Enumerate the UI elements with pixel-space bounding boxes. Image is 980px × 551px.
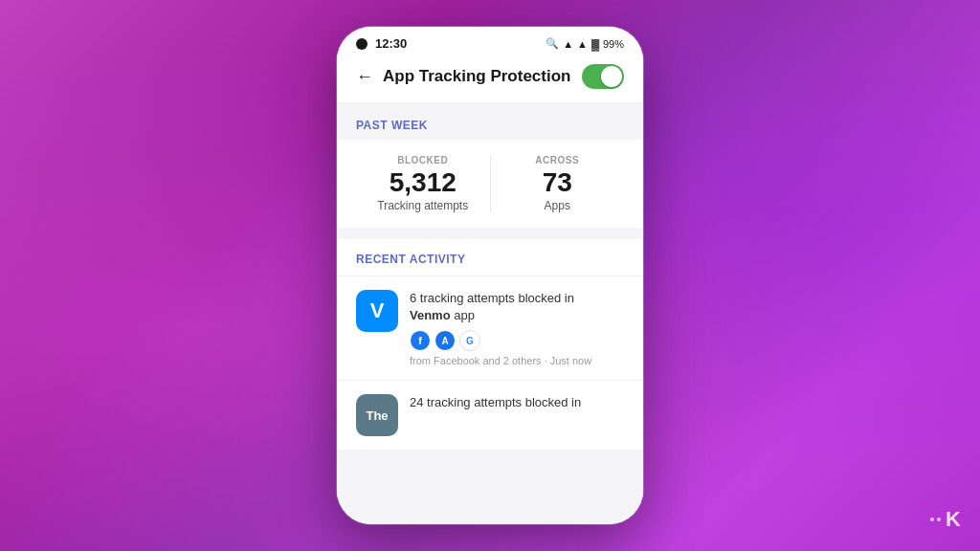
battery-icon: ▓: [591, 38, 599, 50]
blocked-value: 5,312: [390, 169, 457, 196]
across-value: 73: [543, 169, 572, 196]
status-right: 🔍 ▲ ▲ ▓ 99%: [546, 37, 624, 50]
venmo-description: 6 tracking attempts blocked in: [410, 291, 574, 305]
camera-dot: [356, 38, 368, 50]
brand-logo: K: [930, 507, 961, 532]
brand-letter: K: [946, 507, 961, 532]
tracker-icons: f A G: [410, 330, 624, 351]
second-activity-text: 24 tracking attempts blocked in: [410, 394, 624, 411]
venmo-meta: from Facebook and 2 others · Just now: [410, 355, 624, 366]
across-stat: ACROSS 73 Apps: [490, 155, 625, 212]
second-activity-info: 24 tracking attempts blocked in: [410, 394, 624, 411]
content-area: PAST WEEK BLOCKED 5,312 Tracking attempt…: [337, 103, 643, 524]
recent-activity-header: RECENT ACTIVITY: [337, 239, 643, 276]
across-sublabel: Apps: [545, 199, 570, 212]
across-label: ACROSS: [535, 155, 579, 165]
activity-item-venmo: V 6 tracking attempts blocked in Venmo a…: [337, 276, 643, 381]
venmo-app-name: Venmo: [410, 308, 451, 322]
status-bar: 12:30 🔍 ▲ ▲ ▓ 99%: [337, 27, 643, 56]
stats-card: BLOCKED 5,312 Tracking attempts ACROSS 7…: [337, 140, 643, 228]
divider: [337, 228, 643, 239]
google-tracker-icon: G: [459, 330, 480, 351]
wifi-icon: ▲: [563, 38, 573, 50]
battery-level: 99%: [603, 38, 624, 50]
status-time: 12:30: [375, 36, 407, 51]
facebook-tracker-icon: f: [410, 330, 431, 351]
back-button[interactable]: ←: [356, 67, 373, 87]
blocked-stat: BLOCKED 5,312 Tracking attempts: [356, 155, 490, 212]
past-week-header: PAST WEEK: [337, 103, 643, 140]
blocked-sublabel: Tracking attempts: [377, 199, 468, 212]
venmo-activity-info: 6 tracking attempts blocked in Venmo app…: [410, 290, 624, 366]
signal-icon: ▲: [577, 38, 588, 50]
phone-frame: 12:30 🔍 ▲ ▲ ▓ 99% ← App Tracking Protect…: [337, 27, 643, 524]
page-title: App Tracking Protection: [383, 67, 570, 86]
blocked-label: BLOCKED: [397, 155, 448, 165]
header-left: ← App Tracking Protection: [356, 67, 570, 87]
status-left: 12:30: [356, 36, 407, 51]
app-header: ← App Tracking Protection: [337, 56, 643, 103]
protection-toggle[interactable]: [582, 64, 624, 89]
logo-dots: [930, 518, 941, 521]
logo-dot-1: [930, 518, 934, 521]
venmo-app-suffix: app: [454, 308, 475, 322]
venmo-activity-text: 6 tracking attempts blocked in Venmo app: [410, 290, 624, 324]
venmo-icon: V: [356, 290, 398, 332]
second-description: 24 tracking attempts blocked in: [410, 395, 581, 409]
activity-item-second: The 24 tracking attempts blocked in: [337, 381, 643, 451]
analytics-tracker-icon: A: [434, 330, 456, 351]
activity-section: RECENT ACTIVITY V 6 tracking attempts bl…: [337, 239, 643, 451]
second-app-icon: The: [356, 394, 398, 436]
logo-dot-2: [937, 518, 941, 521]
phone-screen: 12:30 🔍 ▲ ▲ ▓ 99% ← App Tracking Protect…: [337, 27, 643, 524]
eye-icon: 🔍: [546, 37, 559, 50]
stats-row: BLOCKED 5,312 Tracking attempts ACROSS 7…: [356, 155, 624, 212]
